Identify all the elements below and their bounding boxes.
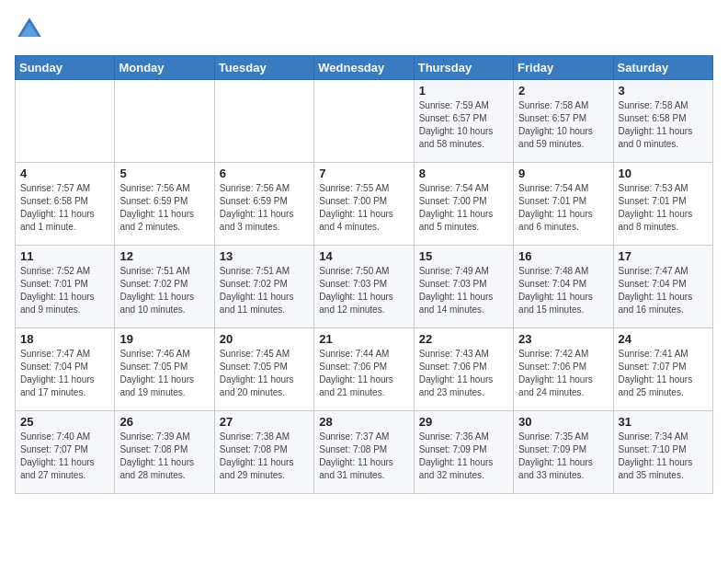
day-info: Sunrise: 7:41 AM Sunset: 7:07 PM Dayligh… bbox=[619, 348, 708, 399]
calendar-header: SundayMondayTuesdayWednesdayThursdayFrid… bbox=[16, 56, 713, 80]
calendar-cell: 24Sunrise: 7:41 AM Sunset: 7:07 PM Dayli… bbox=[613, 328, 712, 411]
day-number: 3 bbox=[619, 84, 708, 98]
day-number: 4 bbox=[20, 167, 109, 180]
day-info: Sunrise: 7:58 AM Sunset: 6:57 PM Dayligh… bbox=[518, 99, 608, 151]
day-number: 26 bbox=[119, 415, 209, 429]
calendar-cell: 6Sunrise: 7:56 AM Sunset: 6:59 PM Daylig… bbox=[214, 163, 313, 246]
day-number: 24 bbox=[619, 332, 708, 346]
calendar-cell: 22Sunrise: 7:43 AM Sunset: 7:06 PM Dayli… bbox=[414, 328, 513, 411]
day-info: Sunrise: 7:51 AM Sunset: 7:02 PM Dayligh… bbox=[220, 265, 309, 316]
calendar-body: 1Sunrise: 7:59 AM Sunset: 6:57 PM Daylig… bbox=[16, 80, 713, 494]
day-number: 27 bbox=[220, 415, 309, 429]
day-number: 21 bbox=[319, 332, 408, 346]
calendar-cell: 19Sunrise: 7:46 AM Sunset: 7:05 PM Dayli… bbox=[115, 328, 214, 411]
day-number: 2 bbox=[518, 84, 608, 98]
day-number: 19 bbox=[119, 332, 209, 346]
calendar-cell: 26Sunrise: 7:39 AM Sunset: 7:08 PM Dayli… bbox=[115, 411, 214, 494]
day-info: Sunrise: 7:51 AM Sunset: 7:02 PM Dayligh… bbox=[119, 265, 209, 316]
day-info: Sunrise: 7:52 AM Sunset: 7:01 PM Dayligh… bbox=[20, 265, 109, 316]
calendar-cell: 23Sunrise: 7:42 AM Sunset: 7:06 PM Dayli… bbox=[514, 328, 613, 411]
day-info: Sunrise: 7:53 AM Sunset: 7:01 PM Dayligh… bbox=[619, 182, 708, 234]
day-number: 20 bbox=[220, 332, 309, 346]
day-number: 10 bbox=[619, 167, 708, 180]
day-info: Sunrise: 7:38 AM Sunset: 7:08 PM Dayligh… bbox=[220, 431, 309, 482]
calendar-cell: 1Sunrise: 7:59 AM Sunset: 6:57 PM Daylig… bbox=[414, 80, 513, 163]
calendar-cell: 17Sunrise: 7:47 AM Sunset: 7:04 PM Dayli… bbox=[613, 246, 712, 328]
day-number: 17 bbox=[619, 249, 708, 263]
week-row-1: 4Sunrise: 7:57 AM Sunset: 6:58 PM Daylig… bbox=[16, 163, 713, 246]
day-number: 6 bbox=[220, 167, 309, 180]
day-header-friday: Friday bbox=[514, 56, 613, 80]
day-info: Sunrise: 7:49 AM Sunset: 7:03 PM Dayligh… bbox=[419, 265, 508, 316]
day-info: Sunrise: 7:56 AM Sunset: 6:59 PM Dayligh… bbox=[119, 182, 209, 234]
calendar-cell: 20Sunrise: 7:45 AM Sunset: 7:05 PM Dayli… bbox=[214, 328, 313, 411]
calendar-cell: 31Sunrise: 7:34 AM Sunset: 7:10 PM Dayli… bbox=[613, 411, 712, 494]
calendar-cell: 28Sunrise: 7:37 AM Sunset: 7:08 PM Dayli… bbox=[314, 411, 414, 494]
day-number: 5 bbox=[119, 167, 209, 180]
day-info: Sunrise: 7:47 AM Sunset: 7:04 PM Dayligh… bbox=[20, 348, 109, 399]
day-info: Sunrise: 7:50 AM Sunset: 7:03 PM Dayligh… bbox=[319, 265, 408, 316]
logo-icon bbox=[15, 15, 44, 44]
logo bbox=[15, 15, 48, 44]
calendar-cell: 21Sunrise: 7:44 AM Sunset: 7:06 PM Dayli… bbox=[314, 328, 414, 411]
day-info: Sunrise: 7:37 AM Sunset: 7:08 PM Dayligh… bbox=[319, 431, 408, 482]
day-number: 14 bbox=[319, 249, 408, 263]
day-number: 29 bbox=[419, 415, 508, 429]
calendar-table: SundayMondayTuesdayWednesdayThursdayFrid… bbox=[15, 55, 713, 494]
day-info: Sunrise: 7:48 AM Sunset: 7:04 PM Dayligh… bbox=[518, 265, 608, 316]
day-number: 15 bbox=[419, 249, 508, 263]
calendar-cell: 11Sunrise: 7:52 AM Sunset: 7:01 PM Dayli… bbox=[16, 246, 115, 328]
day-info: Sunrise: 7:39 AM Sunset: 7:08 PM Dayligh… bbox=[119, 431, 209, 482]
calendar-cell: 7Sunrise: 7:55 AM Sunset: 7:00 PM Daylig… bbox=[314, 163, 414, 246]
day-info: Sunrise: 7:40 AM Sunset: 7:07 PM Dayligh… bbox=[20, 431, 109, 482]
day-info: Sunrise: 7:59 AM Sunset: 6:57 PM Dayligh… bbox=[419, 99, 508, 151]
day-number: 22 bbox=[419, 332, 508, 346]
calendar-cell: 14Sunrise: 7:50 AM Sunset: 7:03 PM Dayli… bbox=[314, 246, 414, 328]
calendar-cell: 30Sunrise: 7:35 AM Sunset: 7:09 PM Dayli… bbox=[514, 411, 613, 494]
week-row-0: 1Sunrise: 7:59 AM Sunset: 6:57 PM Daylig… bbox=[16, 80, 713, 163]
day-info: Sunrise: 7:36 AM Sunset: 7:09 PM Dayligh… bbox=[419, 431, 508, 482]
week-row-4: 25Sunrise: 7:40 AM Sunset: 7:07 PM Dayli… bbox=[16, 411, 713, 494]
day-number: 25 bbox=[20, 415, 109, 429]
day-info: Sunrise: 7:46 AM Sunset: 7:05 PM Dayligh… bbox=[119, 348, 209, 399]
days-header-row: SundayMondayTuesdayWednesdayThursdayFrid… bbox=[16, 56, 713, 80]
calendar-cell: 5Sunrise: 7:56 AM Sunset: 6:59 PM Daylig… bbox=[115, 163, 214, 246]
day-number: 23 bbox=[518, 332, 608, 346]
day-number: 7 bbox=[319, 167, 408, 180]
day-info: Sunrise: 7:57 AM Sunset: 6:58 PM Dayligh… bbox=[20, 182, 109, 234]
calendar-cell: 13Sunrise: 7:51 AM Sunset: 7:02 PM Dayli… bbox=[214, 246, 313, 328]
day-header-sunday: Sunday bbox=[16, 56, 115, 80]
calendar-cell: 16Sunrise: 7:48 AM Sunset: 7:04 PM Dayli… bbox=[514, 246, 613, 328]
day-number: 9 bbox=[518, 167, 608, 180]
calendar-cell bbox=[214, 80, 313, 163]
day-number: 11 bbox=[20, 249, 109, 263]
day-info: Sunrise: 7:44 AM Sunset: 7:06 PM Dayligh… bbox=[319, 348, 408, 399]
day-number: 12 bbox=[119, 249, 209, 263]
calendar-cell bbox=[115, 80, 214, 163]
day-header-monday: Monday bbox=[115, 56, 214, 80]
day-number: 31 bbox=[619, 415, 708, 429]
header bbox=[15, 15, 713, 44]
day-info: Sunrise: 7:56 AM Sunset: 6:59 PM Dayligh… bbox=[220, 182, 309, 234]
day-info: Sunrise: 7:42 AM Sunset: 7:06 PM Dayligh… bbox=[518, 348, 608, 399]
week-row-3: 18Sunrise: 7:47 AM Sunset: 7:04 PM Dayli… bbox=[16, 328, 713, 411]
calendar-cell: 8Sunrise: 7:54 AM Sunset: 7:00 PM Daylig… bbox=[414, 163, 513, 246]
day-info: Sunrise: 7:35 AM Sunset: 7:09 PM Dayligh… bbox=[518, 431, 608, 482]
calendar-cell: 4Sunrise: 7:57 AM Sunset: 6:58 PM Daylig… bbox=[16, 163, 115, 246]
day-info: Sunrise: 7:58 AM Sunset: 6:58 PM Dayligh… bbox=[619, 99, 708, 151]
day-header-saturday: Saturday bbox=[613, 56, 712, 80]
day-info: Sunrise: 7:47 AM Sunset: 7:04 PM Dayligh… bbox=[619, 265, 708, 316]
day-info: Sunrise: 7:45 AM Sunset: 7:05 PM Dayligh… bbox=[220, 348, 309, 399]
day-info: Sunrise: 7:43 AM Sunset: 7:06 PM Dayligh… bbox=[419, 348, 508, 399]
day-number: 13 bbox=[220, 249, 309, 263]
day-info: Sunrise: 7:55 AM Sunset: 7:00 PM Dayligh… bbox=[319, 182, 408, 234]
day-number: 16 bbox=[518, 249, 608, 263]
calendar-cell: 3Sunrise: 7:58 AM Sunset: 6:58 PM Daylig… bbox=[613, 80, 712, 163]
calendar-cell: 25Sunrise: 7:40 AM Sunset: 7:07 PM Dayli… bbox=[16, 411, 115, 494]
calendar-cell: 15Sunrise: 7:49 AM Sunset: 7:03 PM Dayli… bbox=[414, 246, 513, 328]
calendar-cell: 27Sunrise: 7:38 AM Sunset: 7:08 PM Dayli… bbox=[214, 411, 313, 494]
calendar-cell: 9Sunrise: 7:54 AM Sunset: 7:01 PM Daylig… bbox=[514, 163, 613, 246]
calendar-cell: 18Sunrise: 7:47 AM Sunset: 7:04 PM Dayli… bbox=[16, 328, 115, 411]
calendar-cell: 12Sunrise: 7:51 AM Sunset: 7:02 PM Dayli… bbox=[115, 246, 214, 328]
day-number: 8 bbox=[419, 167, 508, 180]
